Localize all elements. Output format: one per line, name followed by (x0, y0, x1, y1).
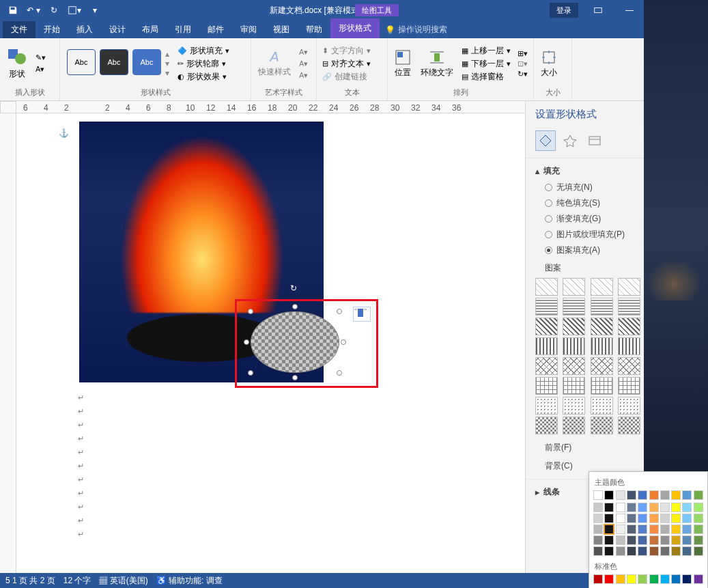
color-swatch[interactable] (694, 574, 703, 584)
shape-fill-button[interactable]: 🔷 形状填充 ▾ (175, 44, 232, 57)
tab-insert[interactable]: 插入 (68, 21, 101, 38)
shape-effects-button[interactable]: ◐ 形状效果 ▾ (175, 70, 232, 83)
color-swatch[interactable] (671, 546, 681, 556)
pattern-swatch[interactable] (563, 298, 585, 316)
color-swatch[interactable] (694, 514, 703, 523)
color-swatch[interactable] (660, 574, 670, 584)
size-button[interactable]: 大小 (537, 41, 561, 86)
color-swatch[interactable] (593, 524, 603, 534)
pattern-swatch[interactable] (591, 377, 613, 395)
color-swatch[interactable] (627, 524, 636, 534)
color-swatch[interactable] (616, 524, 625, 534)
pattern-swatch[interactable] (535, 397, 558, 415)
color-swatch[interactable] (627, 514, 636, 523)
resize-handle-e[interactable] (341, 339, 346, 345)
color-swatch[interactable] (649, 490, 659, 500)
color-swatch[interactable] (616, 535, 625, 545)
pattern-swatch[interactable] (563, 397, 585, 415)
color-swatch[interactable] (694, 503, 703, 512)
color-swatch[interactable] (593, 514, 603, 523)
save-button[interactable] (4, 1, 22, 19)
send-backward-button[interactable]: ▦ 下移一层 ▾ (459, 57, 513, 70)
resize-handle-w[interactable] (244, 339, 249, 345)
color-swatch[interactable] (604, 503, 614, 512)
selected-ellipse-shape[interactable] (251, 311, 339, 373)
color-swatch[interactable] (694, 490, 703, 500)
horizontal-ruler[interactable]: 642 24681012141618202224262830323436 (16, 101, 525, 113)
wrap-text-button[interactable]: 环绕文字 (416, 41, 457, 86)
layout-options-button[interactable] (353, 307, 371, 322)
color-swatch[interactable] (694, 535, 703, 545)
color-swatch[interactable] (638, 490, 647, 500)
minimize-button[interactable]: — (614, 0, 645, 20)
color-swatch[interactable] (682, 503, 692, 512)
pattern-swatch[interactable] (591, 318, 613, 335)
pattern-swatch[interactable] (535, 318, 558, 335)
resize-handle-sw[interactable] (248, 370, 253, 376)
color-swatch[interactable] (616, 514, 625, 523)
redo-button[interactable]: ↻ (45, 1, 63, 19)
color-swatch[interactable] (638, 535, 647, 545)
color-swatch[interactable] (649, 574, 659, 584)
tab-shape-format[interactable]: 形状格式 (330, 18, 380, 38)
color-swatch[interactable] (604, 514, 614, 523)
rotate-button[interactable]: ↻▾ (515, 69, 530, 79)
color-swatch[interactable] (593, 535, 603, 545)
pattern-swatch[interactable] (591, 298, 613, 316)
color-swatch[interactable] (660, 546, 670, 556)
color-swatch[interactable] (616, 574, 625, 584)
pattern-swatch[interactable] (563, 357, 585, 375)
pattern-swatch[interactable] (535, 357, 558, 375)
shape-style-3[interactable]: Abc (132, 49, 161, 75)
color-swatch[interactable] (638, 546, 647, 556)
color-swatch[interactable] (616, 546, 625, 556)
color-swatch[interactable] (593, 574, 603, 584)
resize-handle-se[interactable] (337, 370, 342, 376)
color-swatch[interactable] (604, 574, 614, 584)
color-swatch[interactable] (660, 524, 670, 534)
tab-mail[interactable]: 邮件 (199, 21, 232, 38)
pattern-swatch[interactable] (591, 357, 613, 375)
color-swatch[interactable] (682, 574, 692, 584)
color-swatch[interactable] (671, 524, 681, 534)
color-swatch[interactable] (649, 546, 659, 556)
accessibility-check[interactable]: ♿ 辅助功能: 调查 (156, 575, 223, 587)
color-swatch[interactable] (627, 490, 636, 500)
color-swatch[interactable] (627, 546, 636, 556)
pattern-swatch[interactable] (591, 337, 613, 355)
color-swatch[interactable] (604, 490, 614, 500)
color-swatch[interactable] (660, 503, 670, 512)
tab-references[interactable]: 引用 (167, 21, 199, 38)
pattern-swatch[interactable] (563, 337, 585, 355)
shape-style-1[interactable]: Abc (67, 49, 96, 75)
pattern-swatch[interactable] (618, 298, 640, 316)
color-swatch[interactable] (638, 514, 647, 523)
pattern-swatch[interactable] (618, 278, 640, 296)
color-swatch[interactable] (638, 574, 647, 584)
layout-tab-icon[interactable] (584, 130, 605, 151)
pattern-swatch[interactable] (618, 318, 640, 335)
tab-layout[interactable]: 布局 (134, 21, 167, 38)
tab-design[interactable]: 设计 (101, 21, 134, 38)
color-swatch[interactable] (593, 546, 603, 556)
pattern-swatch[interactable] (591, 417, 613, 434)
pattern-swatch[interactable] (563, 278, 585, 296)
shape-outline-button[interactable]: ✏ 形状轮廓 ▾ (175, 57, 232, 70)
color-swatch[interactable] (604, 535, 614, 545)
pattern-swatch[interactable] (618, 337, 640, 355)
color-swatch[interactable] (682, 535, 692, 545)
color-swatch[interactable] (593, 503, 603, 512)
pattern-swatch[interactable] (563, 417, 585, 434)
resize-handle-nw[interactable] (248, 309, 253, 314)
color-swatch[interactable] (682, 524, 692, 534)
color-swatch[interactable] (627, 535, 636, 545)
tell-me-search[interactable]: 💡 操作说明搜索 (380, 21, 453, 38)
color-swatch[interactable] (671, 535, 681, 545)
tab-home[interactable]: 开始 (36, 21, 68, 38)
pattern-swatch[interactable] (535, 337, 558, 355)
tab-help[interactable]: 帮助 (298, 21, 330, 38)
color-swatch[interactable] (649, 535, 659, 545)
pattern-swatch[interactable] (535, 377, 558, 395)
rotate-handle[interactable]: ↻ (290, 283, 302, 296)
pattern-swatch[interactable] (535, 278, 558, 296)
